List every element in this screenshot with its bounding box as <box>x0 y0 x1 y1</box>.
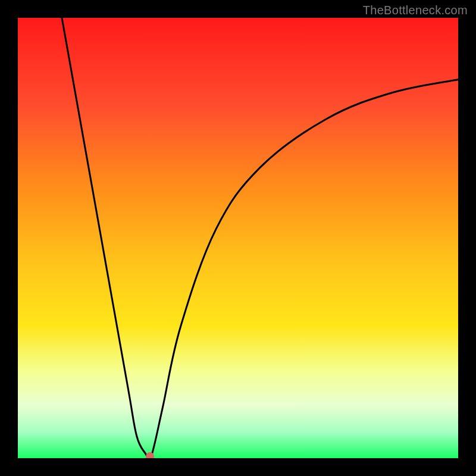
watermark-text: TheBottleneck.com <box>363 4 468 17</box>
bottleneck-curve <box>62 18 458 458</box>
chart-stage: TheBottleneck.com <box>0 0 476 476</box>
curve-svg <box>18 18 458 458</box>
plot-area <box>18 18 458 458</box>
